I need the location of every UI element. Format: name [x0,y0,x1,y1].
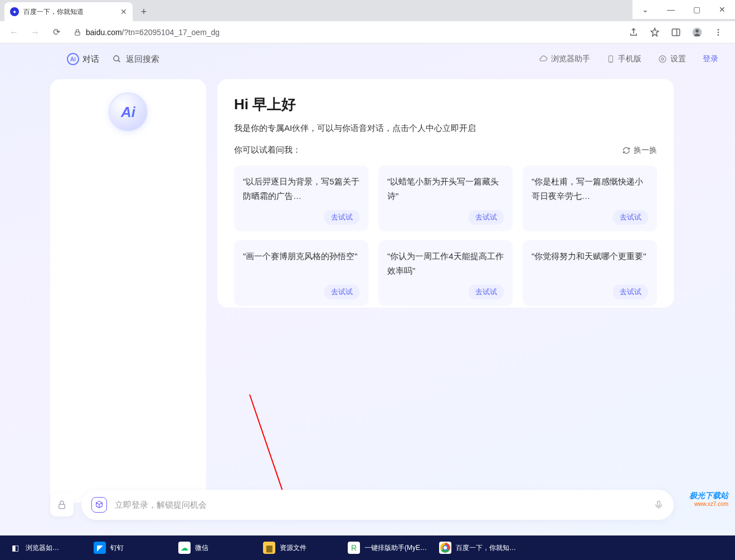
chat-input-bar[interactable]: 立即登录，解锁提问机会 [81,490,674,520]
try-button[interactable]: 去试试 [469,285,504,299]
url-box[interactable]: baidu.com/?tn=62095104_17_oem_dg [69,28,622,37]
try-button[interactable]: 去试试 [613,210,648,225]
taskbar-item-dingtalk[interactable]: ◤ 钉钉 [88,537,172,559]
lock-icon [74,28,81,36]
prompt-text: "以后羿逐日为背景，写5篇关于防晒霜的广告… [243,174,359,210]
try-label: 你可以试着问我： [234,145,301,155]
profile-icon[interactable] [690,26,704,39]
back-search-label: 返回搜索 [126,54,159,65]
prompt-grid: "以后羿逐日为背景，写5篇关于防晒霜的广告… 去试试 "以蜡笔小新为开头写一篇藏… [234,165,657,306]
window-close[interactable]: ✕ [709,0,735,19]
bookmark-icon[interactable] [648,26,661,39]
new-tab-button[interactable]: + [136,4,152,20]
browser-helper-link[interactable]: 浏览器助手 [539,54,590,64]
folder-icon: ▆ [263,542,275,554]
input-placeholder: 立即登录，解锁提问机会 [115,500,646,510]
prompt-card[interactable]: "以后羿逐日为背景，写5篇关于防晒霜的广告… 去试试 [234,165,368,231]
intro-text: 我是你的专属AI伙伴，可以与你语音对话，点击个人中心立即开启 [234,123,657,134]
baidu-favicon: ✦ [10,7,19,16]
mobile-link[interactable]: 手机版 [607,54,641,64]
phone-icon [607,55,615,64]
window-minimize[interactable]: — [658,0,684,19]
prompt-text: "你觉得努力和天赋哪个更重要" [532,249,648,285]
nav-back-button[interactable]: ← [6,24,22,41]
svg-rect-15 [59,504,65,509]
window-controls: ⌄ — ▢ ✕ [632,0,735,19]
gear-icon [658,55,667,64]
back-to-search[interactable]: 返回搜索 [113,54,159,65]
nav-reload-button[interactable]: ⟳ [48,24,65,41]
svg-point-8 [114,56,119,61]
url-text: baidu.com/?tn=62095104_17_oem_dg [86,28,220,37]
try-button[interactable]: 去试试 [324,285,359,299]
svg-line-9 [118,60,120,62]
window-maximize[interactable]: ▢ [684,0,709,19]
prompt-card[interactable]: "你是杜甫，写一篇感慨快递小哥日夜辛劳七… 去试试 [523,165,657,231]
chrome-icon [439,542,451,554]
settings-link[interactable]: 设置 [658,54,686,64]
browser-tab[interactable]: ✦ 百度一下，你就知道 ✕ [4,2,133,21]
browser-tab-bar: ✦ 百度一下，你就知道 ✕ + [0,0,735,21]
main-card: Hi 早上好 我是你的专属AI伙伴，可以与你语音对话，点击个人中心立即开启 你可… [217,79,674,308]
taskbar-item-browser[interactable]: ◧ 浏览器如… [3,537,87,559]
try-button[interactable]: 去试试 [324,210,359,225]
prompt-card[interactable]: "画一个赛博朋克风格的孙悟空" 去试试 [234,240,368,306]
refresh-icon [622,147,630,154]
tab-title: 百度一下，你就知道 [23,7,84,17]
taskbar-item-chrome[interactable]: 百度一下，你就知… [434,537,522,559]
prompt-text: "以蜡笔小新为开头写一篇藏头诗" [387,174,504,210]
prompt-text: "你认为一周工作4天能提高工作效率吗" [387,249,504,285]
try-button[interactable]: 去试试 [469,210,504,225]
svg-point-4 [695,29,699,32]
taskbar-item-wechat[interactable]: ☁ 微信 [173,537,256,559]
prompt-card[interactable]: "你觉得努力和天赋哪个更重要" 去试试 [523,240,657,306]
svg-point-5 [718,29,719,31]
app-icon: R [348,542,360,554]
input-bar-wrap: 立即登录，解锁提问机会 [0,490,735,520]
dingtalk-icon: ◤ [94,542,106,554]
svg-rect-1 [672,29,680,36]
nav-forward-button[interactable]: → [27,24,43,41]
svg-point-7 [718,34,719,36]
lock-button[interactable] [50,493,74,517]
page-content: Ai 对话 返回搜索 浏览器助手 手机版 设置 登录 [0,43,735,535]
mic-icon[interactable] [654,499,664,511]
browser-icon: ◧ [9,542,21,554]
sidepanel-icon[interactable] [669,26,683,39]
svg-point-12 [661,58,664,60]
page-topbar: Ai 对话 返回搜索 浏览器助手 手机版 设置 登录 [0,43,735,75]
tab-close-icon[interactable]: ✕ [120,7,127,16]
menu-icon[interactable] [712,26,725,39]
svg-point-6 [718,31,719,33]
wechat-icon: ☁ [178,542,191,554]
search-icon [113,55,121,64]
prompt-card[interactable]: "你认为一周工作4天能提高工作效率吗" 去试试 [378,240,513,306]
lock-icon [57,500,67,510]
watermark: 极光下载站 www.xz7.com [689,490,728,508]
prompt-card[interactable]: "以蜡笔小新为开头写一篇藏头诗" 去试试 [378,165,513,231]
share-icon[interactable] [627,26,640,39]
prompt-text: "画一个赛博朋克风格的孙悟空" [243,249,359,285]
refresh-button[interactable]: 换一换 [622,145,657,155]
taskbar-item-typeset[interactable]: R 一键排版助手(MyE… [342,537,432,559]
svg-rect-16 [658,501,660,506]
chat-tab[interactable]: Ai 对话 [67,53,99,65]
ai-logo: Ai [109,92,148,132]
try-button[interactable]: 去试试 [613,285,648,299]
chat-tab-label: 对话 [82,54,99,65]
greeting: Hi 早上好 [234,95,657,114]
taskbar-item-folder[interactable]: ▆ 资源文件 [257,537,341,559]
svg-rect-0 [75,32,80,35]
cloud-icon [539,55,548,64]
login-link[interactable]: 登录 [703,54,718,64]
address-bar: ← → ⟳ baidu.com/?tn=62095104_17_oem_dg [0,21,735,43]
window-dropdown[interactable]: ⌄ [632,0,658,19]
ai-badge-icon: Ai [67,53,79,65]
taskbar: ◧ 浏览器如… ◤ 钉钉 ☁ 微信 ▆ 资源文件 R 一键排版助手(MyE… 百… [0,535,735,560]
sidebar-card: Ai [50,79,206,503]
svg-point-13 [659,56,666,62]
prompt-text: "你是杜甫，写一篇感慨快递小哥日夜辛劳七… [532,174,648,210]
cube-icon[interactable] [91,497,107,513]
